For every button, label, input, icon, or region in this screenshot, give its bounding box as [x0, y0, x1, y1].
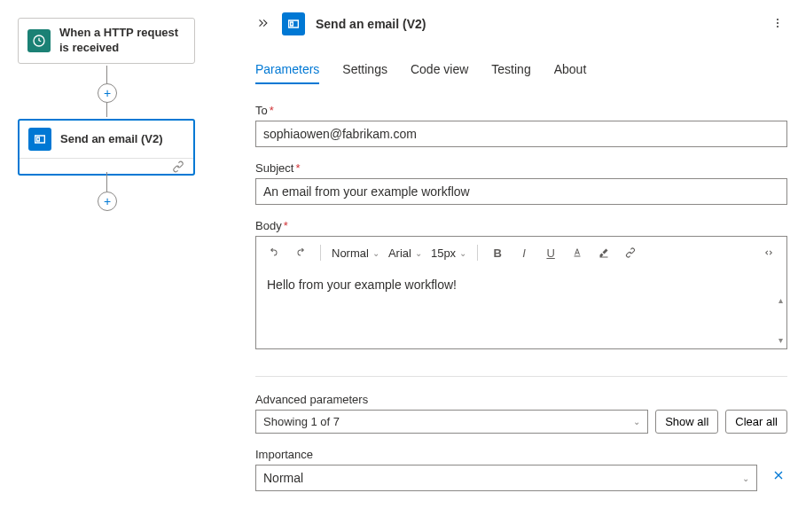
font-color-icon [572, 246, 583, 259]
field-subject: Subject* [255, 161, 787, 205]
advanced-section: Advanced parameters Showing 1 of 7 ⌄ Sho… [255, 393, 787, 434]
field-to: To* [255, 104, 787, 147]
workflow-canvas: When a HTTP request is received + Send a… [0, 0, 231, 532]
size-select[interactable]: 15px⌄ [429, 246, 468, 260]
svg-point-2 [777, 26, 778, 27]
close-icon [771, 468, 786, 482]
clear-all-button[interactable]: Clear all [725, 410, 787, 434]
scroll-down-icon: ▾ [778, 335, 783, 345]
advanced-select[interactable]: Showing 1 of 7 ⌄ [255, 410, 648, 434]
body-editor: Normal⌄ Arial⌄ 15px⌄ B I U [255, 236, 787, 349]
field-body: Body* Normal⌄ Arial⌄ 15px⌄ B I U [255, 219, 787, 349]
connector-line-2 [106, 172, 107, 192]
link-button[interactable] [620, 242, 641, 263]
link-icon [172, 160, 184, 173]
chevron-down-icon: ⌄ [459, 248, 466, 258]
highlight-icon [598, 246, 609, 259]
importance-value: Normal [263, 471, 303, 485]
toolbar-divider [320, 245, 321, 261]
scroll-up-icon: ▴ [778, 295, 783, 305]
body-label: Body* [255, 219, 787, 232]
link-icon [625, 246, 636, 259]
parameters-form: To* Subject* Body* Normal⌄ Arial⌄ [255, 104, 787, 491]
tab-about[interactable]: About [554, 57, 587, 83]
collapse-button[interactable] [255, 15, 271, 34]
panel-title: Send an email (V2) [316, 17, 757, 31]
redo-icon [295, 246, 306, 259]
tab-testing[interactable]: Testing [491, 57, 530, 83]
details-panel: Send an email (V2) Parameters Settings C… [245, 0, 798, 532]
undo-button[interactable] [263, 242, 285, 263]
to-label: To* [255, 104, 787, 117]
http-trigger-icon [27, 29, 51, 52]
body-content[interactable]: Hello from your example workflow! ▴ ▾ [256, 269, 786, 348]
importance-label: Importance [255, 448, 757, 461]
node-http-title: When a HTTP request is received [59, 26, 185, 56]
kebab-icon [771, 17, 784, 29]
add-step-button[interactable]: + [98, 83, 117, 103]
font-color-button[interactable] [567, 242, 588, 263]
chevron-down-icon: ⌄ [372, 248, 379, 258]
subject-label: Subject* [255, 161, 787, 175]
bold-button[interactable]: B [487, 242, 508, 263]
chevron-down-icon: ⌄ [633, 417, 640, 426]
advanced-label: Advanced parameters [255, 393, 787, 406]
section-divider [255, 376, 787, 377]
highlight-button[interactable] [593, 242, 614, 263]
subject-input[interactable] [255, 178, 787, 205]
node-email-title: Send an email (V2) [60, 132, 163, 147]
more-menu-button[interactable] [768, 15, 787, 34]
advanced-status: Showing 1 of 7 [263, 415, 340, 428]
importance-select[interactable]: Normal ⌄ [255, 465, 757, 491]
importance-field: Importance Normal ⌄ [255, 448, 787, 491]
node-send-email[interactable]: Send an email (V2) [18, 119, 195, 176]
outlook-icon [28, 128, 51, 151]
panel-header: Send an email (V2) [255, 12, 787, 35]
code-icon [763, 246, 774, 259]
panel-outlook-icon [282, 12, 305, 35]
svg-point-0 [777, 18, 778, 20]
chevron-down-icon: ⌄ [742, 473, 749, 483]
to-input[interactable] [255, 121, 787, 147]
tab-settings[interactable]: Settings [342, 57, 387, 83]
redo-button[interactable] [290, 242, 311, 263]
tab-parameters[interactable]: Parameters [255, 57, 319, 83]
tab-bar: Parameters Settings Code view Testing Ab… [255, 57, 787, 83]
show-all-button[interactable]: Show all [655, 410, 718, 434]
remove-importance-button[interactable] [766, 466, 787, 488]
undo-icon [269, 246, 279, 259]
chevron-down-icon: ⌄ [415, 248, 422, 258]
chevron-double-right-icon [257, 17, 270, 29]
tab-code-view[interactable]: Code view [411, 57, 468, 83]
font-select[interactable]: Arial⌄ [387, 246, 424, 260]
body-text: Hello from your example workflow! [267, 278, 457, 292]
underline-button[interactable]: U [540, 242, 561, 263]
rich-toolbar: Normal⌄ Arial⌄ 15px⌄ B I U [256, 237, 786, 269]
style-select[interactable]: Normal⌄ [330, 246, 381, 260]
italic-button[interactable]: I [513, 242, 535, 263]
node-http-request[interactable]: When a HTTP request is received [18, 18, 195, 64]
svg-point-1 [777, 22, 778, 24]
toggle-code-button[interactable] [758, 242, 779, 263]
add-step-button-2[interactable]: + [98, 192, 117, 211]
toolbar-divider [477, 245, 478, 261]
